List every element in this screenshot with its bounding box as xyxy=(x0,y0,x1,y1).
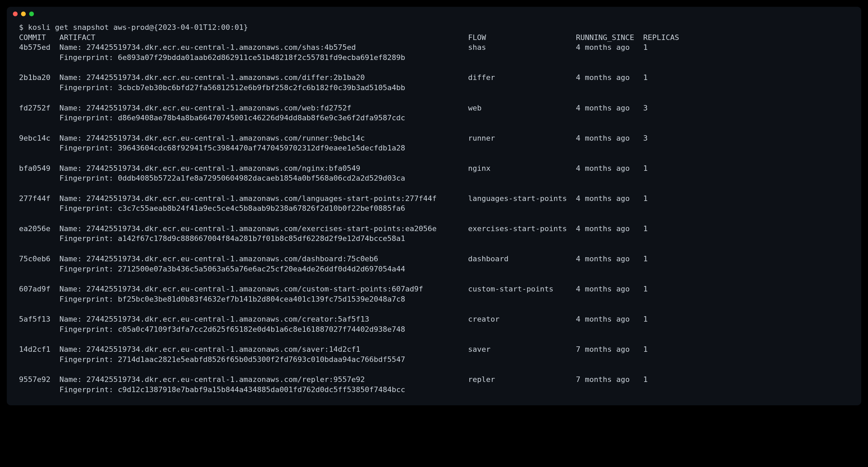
table-header: COMMIT ARTIFACT FLOW RUNNING_SINCE REPLI… xyxy=(19,33,679,42)
close-icon[interactable] xyxy=(13,12,18,16)
terminal-output[interactable]: $ kosli get snapshot aws-prod@{2023-04-0… xyxy=(7,18,861,405)
terminal-window: $ kosli get snapshot aws-prod@{2023-04-0… xyxy=(7,7,861,405)
maximize-icon[interactable] xyxy=(29,12,34,16)
command-line: $ kosli get snapshot aws-prod@{2023-04-0… xyxy=(19,23,248,32)
minimize-icon[interactable] xyxy=(21,12,26,16)
table-body: 4b575ed Name: 274425519734.dkr.ecr.eu-ce… xyxy=(19,43,648,393)
title-bar xyxy=(7,7,861,18)
